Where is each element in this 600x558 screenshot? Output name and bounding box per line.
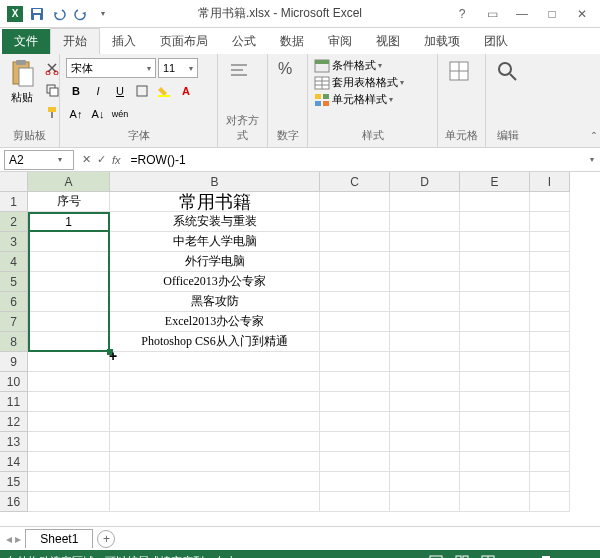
expand-formula-bar-icon[interactable]: ▾: [590, 155, 600, 164]
alignment-button[interactable]: [224, 58, 254, 84]
collapse-ribbon-icon[interactable]: ˆ: [592, 131, 596, 145]
fill-color-button[interactable]: [154, 81, 174, 101]
cell-I15[interactable]: [530, 472, 570, 492]
row-header-11[interactable]: 11: [0, 392, 28, 412]
col-header-I[interactable]: I: [530, 172, 570, 192]
cell-A9[interactable]: [28, 352, 110, 372]
cell-B14[interactable]: [110, 452, 320, 472]
cell-A5[interactable]: [28, 272, 110, 292]
cell-D6[interactable]: [390, 292, 460, 312]
tab-data[interactable]: 数据: [268, 29, 316, 54]
cell-A16[interactable]: [28, 492, 110, 512]
cell-B8[interactable]: Photoshop CS6从入门到精通: [110, 332, 320, 352]
maximize-button[interactable]: □: [538, 4, 566, 24]
cell-E14[interactable]: [460, 452, 530, 472]
formula-input[interactable]: [127, 153, 584, 167]
cell-B11[interactable]: [110, 392, 320, 412]
row-header-7[interactable]: 7: [0, 312, 28, 332]
row-header-9[interactable]: 9: [0, 352, 28, 372]
cell-A6[interactable]: [28, 292, 110, 312]
cell-A10[interactable]: [28, 372, 110, 392]
tab-addins[interactable]: 加载项: [412, 29, 472, 54]
cell-I13[interactable]: [530, 432, 570, 452]
cell-B5[interactable]: Office2013办公专家: [110, 272, 320, 292]
cell-B12[interactable]: [110, 412, 320, 432]
cell-I7[interactable]: [530, 312, 570, 332]
tab-view[interactable]: 视图: [364, 29, 412, 54]
cell-D5[interactable]: [390, 272, 460, 292]
row-header-1[interactable]: 1: [0, 192, 28, 212]
tab-formulas[interactable]: 公式: [220, 29, 268, 54]
fx-icon[interactable]: fx: [112, 154, 121, 166]
cell-C16[interactable]: [320, 492, 390, 512]
cell-I10[interactable]: [530, 372, 570, 392]
bold-button[interactable]: B: [66, 81, 86, 101]
cell-D8[interactable]: [390, 332, 460, 352]
cell-D9[interactable]: [390, 352, 460, 372]
tab-insert[interactable]: 插入: [100, 29, 148, 54]
cell-I2[interactable]: [530, 212, 570, 232]
cell-E8[interactable]: [460, 332, 530, 352]
italic-button[interactable]: I: [88, 81, 108, 101]
row-header-14[interactable]: 14: [0, 452, 28, 472]
decrease-font-button[interactable]: A↓: [88, 104, 108, 124]
col-header-E[interactable]: E: [460, 172, 530, 192]
row-header-6[interactable]: 6: [0, 292, 28, 312]
redo-button[interactable]: [72, 5, 90, 23]
border-button[interactable]: [132, 81, 152, 101]
number-format-button[interactable]: %: [274, 58, 296, 80]
cell-D4[interactable]: [390, 252, 460, 272]
cell-styles-button[interactable]: 单元格样式▾: [314, 92, 393, 107]
increase-font-button[interactable]: A↑: [66, 104, 86, 124]
qat-customize-icon[interactable]: ▾: [94, 5, 112, 23]
cell-E16[interactable]: [460, 492, 530, 512]
page-layout-view-icon[interactable]: [451, 553, 473, 558]
cell-E13[interactable]: [460, 432, 530, 452]
cell-A2[interactable]: 1: [28, 212, 110, 232]
cell-E1[interactable]: [460, 192, 530, 212]
cell-C7[interactable]: [320, 312, 390, 332]
tab-page-layout[interactable]: 页面布局: [148, 29, 220, 54]
col-header-C[interactable]: C: [320, 172, 390, 192]
cell-A7[interactable]: [28, 312, 110, 332]
normal-view-icon[interactable]: [425, 553, 447, 558]
sheet-tab-sheet1[interactable]: Sheet1: [25, 529, 93, 548]
cell-I4[interactable]: [530, 252, 570, 272]
ribbon-display-button[interactable]: ▭: [478, 4, 506, 24]
tab-home[interactable]: 开始: [50, 28, 100, 54]
cell-I3[interactable]: [530, 232, 570, 252]
cell-E10[interactable]: [460, 372, 530, 392]
cell-I9[interactable]: [530, 352, 570, 372]
cell-D16[interactable]: [390, 492, 460, 512]
row-header-10[interactable]: 10: [0, 372, 28, 392]
conditional-format-button[interactable]: 条件格式▾: [314, 58, 382, 73]
cell-E4[interactable]: [460, 252, 530, 272]
paste-button[interactable]: 粘贴: [6, 58, 38, 107]
cell-B9[interactable]: [110, 352, 320, 372]
cell-B7[interactable]: Excel2013办公专家: [110, 312, 320, 332]
row-header-4[interactable]: 4: [0, 252, 28, 272]
row-header-12[interactable]: 12: [0, 412, 28, 432]
editing-button[interactable]: [492, 58, 522, 84]
cell-C6[interactable]: [320, 292, 390, 312]
cell-I12[interactable]: [530, 412, 570, 432]
cell-C11[interactable]: [320, 392, 390, 412]
cell-I16[interactable]: [530, 492, 570, 512]
phonetic-button[interactable]: wén: [110, 104, 130, 124]
cell-E5[interactable]: [460, 272, 530, 292]
format-painter-button[interactable]: [42, 102, 62, 122]
row-header-13[interactable]: 13: [0, 432, 28, 452]
add-sheet-button[interactable]: +: [97, 530, 115, 548]
copy-button[interactable]: [42, 80, 62, 100]
cells-button[interactable]: [444, 58, 474, 84]
cell-C15[interactable]: [320, 472, 390, 492]
cell-C5[interactable]: [320, 272, 390, 292]
cell-I5[interactable]: [530, 272, 570, 292]
excel-logo-icon[interactable]: X: [6, 5, 24, 23]
close-button[interactable]: ✕: [568, 4, 596, 24]
cell-E6[interactable]: [460, 292, 530, 312]
sheet-nav[interactable]: ◂ ▸: [6, 532, 21, 546]
cell-A3[interactable]: [28, 232, 110, 252]
cell-C12[interactable]: [320, 412, 390, 432]
cell-A1[interactable]: 序号: [28, 192, 110, 212]
